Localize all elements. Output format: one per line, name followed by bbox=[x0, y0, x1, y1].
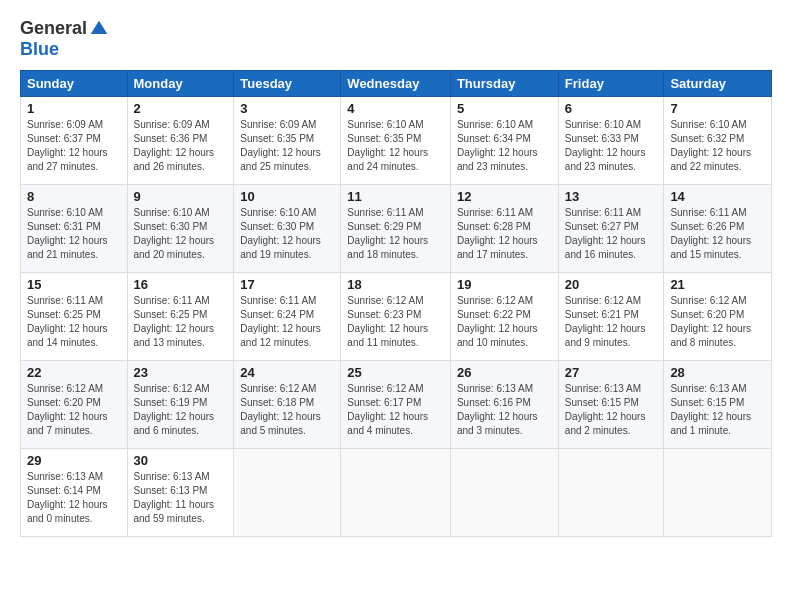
day-number: 27 bbox=[565, 365, 658, 380]
day-info: Sunrise: 6:09 AMSunset: 6:35 PMDaylight:… bbox=[240, 118, 334, 174]
table-row bbox=[558, 449, 664, 537]
header-monday: Monday bbox=[127, 71, 234, 97]
table-row: 30Sunrise: 6:13 AMSunset: 6:13 PMDayligh… bbox=[127, 449, 234, 537]
table-row: 16Sunrise: 6:11 AMSunset: 6:25 PMDayligh… bbox=[127, 273, 234, 361]
day-number: 5 bbox=[457, 101, 552, 116]
table-row: 12Sunrise: 6:11 AMSunset: 6:28 PMDayligh… bbox=[450, 185, 558, 273]
table-row: 11Sunrise: 6:11 AMSunset: 6:29 PMDayligh… bbox=[341, 185, 451, 273]
header-sunday: Sunday bbox=[21, 71, 128, 97]
day-number: 8 bbox=[27, 189, 121, 204]
logo-blue-text: Blue bbox=[20, 39, 59, 60]
table-row: 3Sunrise: 6:09 AMSunset: 6:35 PMDaylight… bbox=[234, 97, 341, 185]
day-info: Sunrise: 6:12 AMSunset: 6:19 PMDaylight:… bbox=[134, 382, 228, 438]
table-row bbox=[234, 449, 341, 537]
calendar-week-row: 29Sunrise: 6:13 AMSunset: 6:14 PMDayligh… bbox=[21, 449, 772, 537]
table-row: 26Sunrise: 6:13 AMSunset: 6:16 PMDayligh… bbox=[450, 361, 558, 449]
logo: General Blue bbox=[20, 18, 109, 60]
day-info: Sunrise: 6:12 AMSunset: 6:18 PMDaylight:… bbox=[240, 382, 334, 438]
table-row: 9Sunrise: 6:10 AMSunset: 6:30 PMDaylight… bbox=[127, 185, 234, 273]
header: General Blue bbox=[20, 18, 772, 60]
day-number: 12 bbox=[457, 189, 552, 204]
day-info: Sunrise: 6:11 AMSunset: 6:29 PMDaylight:… bbox=[347, 206, 444, 262]
table-row: 27Sunrise: 6:13 AMSunset: 6:15 PMDayligh… bbox=[558, 361, 664, 449]
day-number: 9 bbox=[134, 189, 228, 204]
logo-icon bbox=[89, 19, 109, 39]
table-row bbox=[664, 449, 772, 537]
day-number: 18 bbox=[347, 277, 444, 292]
day-number: 17 bbox=[240, 277, 334, 292]
day-info: Sunrise: 6:13 AMSunset: 6:14 PMDaylight:… bbox=[27, 470, 121, 526]
day-info: Sunrise: 6:12 AMSunset: 6:22 PMDaylight:… bbox=[457, 294, 552, 350]
day-info: Sunrise: 6:09 AMSunset: 6:37 PMDaylight:… bbox=[27, 118, 121, 174]
table-row: 18Sunrise: 6:12 AMSunset: 6:23 PMDayligh… bbox=[341, 273, 451, 361]
day-info: Sunrise: 6:13 AMSunset: 6:13 PMDaylight:… bbox=[134, 470, 228, 526]
day-info: Sunrise: 6:11 AMSunset: 6:26 PMDaylight:… bbox=[670, 206, 765, 262]
calendar-week-row: 8Sunrise: 6:10 AMSunset: 6:31 PMDaylight… bbox=[21, 185, 772, 273]
day-number: 26 bbox=[457, 365, 552, 380]
calendar-week-row: 1Sunrise: 6:09 AMSunset: 6:37 PMDaylight… bbox=[21, 97, 772, 185]
day-info: Sunrise: 6:10 AMSunset: 6:30 PMDaylight:… bbox=[134, 206, 228, 262]
day-info: Sunrise: 6:11 AMSunset: 6:25 PMDaylight:… bbox=[134, 294, 228, 350]
day-number: 16 bbox=[134, 277, 228, 292]
day-number: 30 bbox=[134, 453, 228, 468]
day-info: Sunrise: 6:12 AMSunset: 6:17 PMDaylight:… bbox=[347, 382, 444, 438]
day-number: 11 bbox=[347, 189, 444, 204]
table-row: 7Sunrise: 6:10 AMSunset: 6:32 PMDaylight… bbox=[664, 97, 772, 185]
day-info: Sunrise: 6:13 AMSunset: 6:15 PMDaylight:… bbox=[670, 382, 765, 438]
table-row: 24Sunrise: 6:12 AMSunset: 6:18 PMDayligh… bbox=[234, 361, 341, 449]
day-number: 14 bbox=[670, 189, 765, 204]
day-info: Sunrise: 6:11 AMSunset: 6:25 PMDaylight:… bbox=[27, 294, 121, 350]
table-row: 28Sunrise: 6:13 AMSunset: 6:15 PMDayligh… bbox=[664, 361, 772, 449]
table-row: 2Sunrise: 6:09 AMSunset: 6:36 PMDaylight… bbox=[127, 97, 234, 185]
table-row: 20Sunrise: 6:12 AMSunset: 6:21 PMDayligh… bbox=[558, 273, 664, 361]
day-info: Sunrise: 6:13 AMSunset: 6:16 PMDaylight:… bbox=[457, 382, 552, 438]
table-row: 15Sunrise: 6:11 AMSunset: 6:25 PMDayligh… bbox=[21, 273, 128, 361]
day-info: Sunrise: 6:10 AMSunset: 6:35 PMDaylight:… bbox=[347, 118, 444, 174]
svg-marker-0 bbox=[91, 20, 108, 33]
day-number: 22 bbox=[27, 365, 121, 380]
day-number: 6 bbox=[565, 101, 658, 116]
table-row: 14Sunrise: 6:11 AMSunset: 6:26 PMDayligh… bbox=[664, 185, 772, 273]
table-row: 23Sunrise: 6:12 AMSunset: 6:19 PMDayligh… bbox=[127, 361, 234, 449]
header-tuesday: Tuesday bbox=[234, 71, 341, 97]
day-info: Sunrise: 6:10 AMSunset: 6:34 PMDaylight:… bbox=[457, 118, 552, 174]
table-row: 21Sunrise: 6:12 AMSunset: 6:20 PMDayligh… bbox=[664, 273, 772, 361]
day-info: Sunrise: 6:13 AMSunset: 6:15 PMDaylight:… bbox=[565, 382, 658, 438]
day-number: 24 bbox=[240, 365, 334, 380]
table-row: 25Sunrise: 6:12 AMSunset: 6:17 PMDayligh… bbox=[341, 361, 451, 449]
table-row: 6Sunrise: 6:10 AMSunset: 6:33 PMDaylight… bbox=[558, 97, 664, 185]
table-row bbox=[341, 449, 451, 537]
header-saturday: Saturday bbox=[664, 71, 772, 97]
day-info: Sunrise: 6:10 AMSunset: 6:32 PMDaylight:… bbox=[670, 118, 765, 174]
day-number: 29 bbox=[27, 453, 121, 468]
day-info: Sunrise: 6:10 AMSunset: 6:33 PMDaylight:… bbox=[565, 118, 658, 174]
day-number: 13 bbox=[565, 189, 658, 204]
table-row: 10Sunrise: 6:10 AMSunset: 6:30 PMDayligh… bbox=[234, 185, 341, 273]
calendar-week-row: 15Sunrise: 6:11 AMSunset: 6:25 PMDayligh… bbox=[21, 273, 772, 361]
day-number: 20 bbox=[565, 277, 658, 292]
day-info: Sunrise: 6:11 AMSunset: 6:28 PMDaylight:… bbox=[457, 206, 552, 262]
table-row: 22Sunrise: 6:12 AMSunset: 6:20 PMDayligh… bbox=[21, 361, 128, 449]
day-number: 10 bbox=[240, 189, 334, 204]
header-friday: Friday bbox=[558, 71, 664, 97]
table-row: 17Sunrise: 6:11 AMSunset: 6:24 PMDayligh… bbox=[234, 273, 341, 361]
page: General Blue Sunday Monday Tuesday Wedne… bbox=[0, 0, 792, 547]
logo-general-text: General bbox=[20, 18, 87, 39]
day-number: 21 bbox=[670, 277, 765, 292]
day-number: 4 bbox=[347, 101, 444, 116]
day-number: 15 bbox=[27, 277, 121, 292]
day-info: Sunrise: 6:10 AMSunset: 6:30 PMDaylight:… bbox=[240, 206, 334, 262]
table-row: 19Sunrise: 6:12 AMSunset: 6:22 PMDayligh… bbox=[450, 273, 558, 361]
day-number: 2 bbox=[134, 101, 228, 116]
day-info: Sunrise: 6:12 AMSunset: 6:23 PMDaylight:… bbox=[347, 294, 444, 350]
day-info: Sunrise: 6:11 AMSunset: 6:27 PMDaylight:… bbox=[565, 206, 658, 262]
day-number: 19 bbox=[457, 277, 552, 292]
day-info: Sunrise: 6:11 AMSunset: 6:24 PMDaylight:… bbox=[240, 294, 334, 350]
day-info: Sunrise: 6:10 AMSunset: 6:31 PMDaylight:… bbox=[27, 206, 121, 262]
table-row: 4Sunrise: 6:10 AMSunset: 6:35 PMDaylight… bbox=[341, 97, 451, 185]
day-number: 23 bbox=[134, 365, 228, 380]
day-number: 25 bbox=[347, 365, 444, 380]
table-row: 29Sunrise: 6:13 AMSunset: 6:14 PMDayligh… bbox=[21, 449, 128, 537]
table-row: 8Sunrise: 6:10 AMSunset: 6:31 PMDaylight… bbox=[21, 185, 128, 273]
weekday-header-row: Sunday Monday Tuesday Wednesday Thursday… bbox=[21, 71, 772, 97]
